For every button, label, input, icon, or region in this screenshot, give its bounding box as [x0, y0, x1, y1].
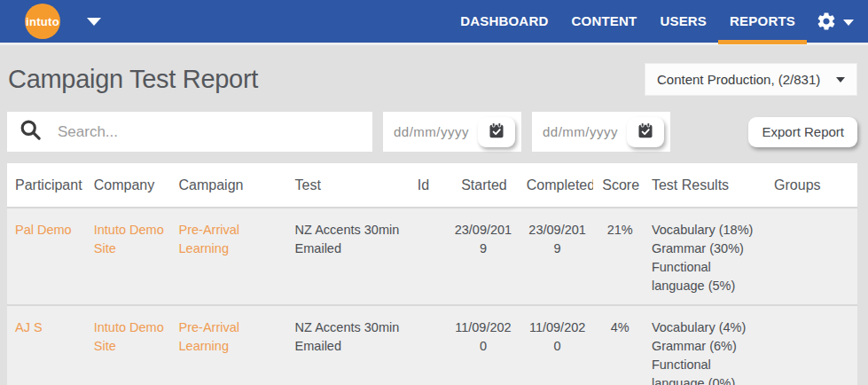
cell-company: Intuto Demo Site [86, 208, 171, 305]
nav-item-users[interactable]: USERS [648, 0, 718, 44]
cell-participant: AJ S [7, 305, 86, 385]
nav-links: DASHBOARD CONTENT USERS REPORTS [449, 0, 807, 44]
table-header-row: Participant Company Campaign Test Id Sta… [7, 163, 857, 208]
cell-test: NZ Accents 30min Emailed [287, 208, 410, 305]
company-link[interactable]: Intuto Demo Site [94, 320, 164, 353]
date-to-box [532, 112, 670, 152]
date-from-picker-button[interactable] [478, 117, 515, 147]
top-navbar: intuto DASHBOARD CONTENT USERS REPORTS [0, 0, 868, 45]
column-header-test-results: Test Results [644, 163, 766, 208]
export-report-button[interactable]: Export Report [748, 117, 857, 147]
column-header-score: Score [593, 163, 643, 208]
cell-id [410, 208, 445, 305]
participant-link[interactable]: AJ S [15, 320, 43, 334]
select-caret-down-icon [836, 77, 845, 82]
report-table: Participant Company Campaign Test Id Sta… [7, 163, 857, 385]
report-table-container: Participant Company Campaign Test Id Sta… [7, 163, 857, 385]
page-header: Campaign Test Report Content Production,… [0, 45, 868, 110]
cell-started: 11/09/2020 [445, 305, 519, 385]
test-result-item: Functional language (0%) [652, 356, 761, 385]
campaign-select[interactable]: Content Production, (2/831) [645, 63, 857, 96]
search-icon [19, 118, 43, 145]
cell-campaign: Pre-Arrival Learning [171, 305, 287, 385]
cell-campaign: Pre-Arrival Learning [171, 208, 287, 305]
filter-bar: Export Report [7, 112, 857, 152]
intuto-logo-text: intuto [26, 15, 59, 28]
cell-company: Intuto Demo Site [86, 305, 171, 385]
calendar-icon [637, 122, 654, 142]
cell-completed: 23/09/2019 [519, 208, 594, 305]
column-header-id: Id [410, 163, 445, 208]
column-header-participant: Participant [7, 163, 86, 208]
gear-icon [816, 11, 837, 32]
column-header-campaign: Campaign [171, 163, 287, 208]
intuto-logo[interactable]: intuto [25, 4, 60, 39]
company-link[interactable]: Intuto Demo Site [94, 223, 164, 255]
nav-item-reports[interactable]: REPORTS [718, 0, 807, 44]
cell-test: NZ Accents 30min Emailed [287, 305, 410, 385]
account-caret-down-icon[interactable] [87, 18, 101, 26]
column-header-groups: Groups [766, 163, 857, 208]
cell-id [410, 305, 445, 385]
test-result-item: Vocabulary (18%) [652, 221, 761, 240]
cell-score: 21% [593, 208, 643, 305]
date-from-box [383, 112, 521, 152]
test-result-item: Functional language (5%) [652, 258, 761, 295]
settings-menu[interactable] [816, 11, 854, 32]
cell-started: 23/09/2019 [445, 208, 519, 305]
test-result-item: Grammar (6%) [652, 337, 761, 356]
date-to-input[interactable] [543, 124, 622, 139]
settings-caret-down-icon [843, 20, 854, 26]
column-header-test: Test [287, 163, 410, 208]
cell-completed: 11/09/2020 [519, 305, 594, 385]
participant-link[interactable]: Pal Demo [15, 223, 72, 237]
column-header-completed: Completed [519, 163, 594, 208]
cell-score: 4% [593, 305, 643, 385]
test-result-item: Vocabulary (4%) [652, 318, 761, 337]
test-result-item: Grammar (30%) [652, 240, 761, 258]
cell-test-results: Vocabulary (18%) Grammar (30%) Functiona… [644, 208, 766, 305]
campaign-link[interactable]: Pre-Arrival Learning [179, 320, 239, 353]
page-title: Campaign Test Report [8, 65, 258, 94]
search-input[interactable] [58, 123, 362, 141]
nav-item-dashboard[interactable]: DASHBOARD [449, 0, 559, 44]
cell-groups [766, 305, 857, 385]
calendar-icon [488, 122, 505, 142]
date-to-picker-button[interactable] [627, 117, 664, 147]
date-from-input[interactable] [394, 124, 473, 139]
cell-groups [766, 208, 857, 305]
cell-participant: Pal Demo [7, 208, 86, 305]
table-row: Pal Demo Intuto Demo Site Pre-Arrival Le… [7, 208, 857, 305]
campaign-link[interactable]: Pre-Arrival Learning [179, 223, 239, 255]
column-header-started: Started [445, 163, 519, 208]
column-header-company: Company [86, 163, 171, 208]
nav-item-content[interactable]: CONTENT [559, 0, 648, 44]
cell-test-results: Vocabulary (4%) Grammar (6%) Functional … [644, 305, 766, 385]
campaign-select-value: Content Production, (2/831) [657, 72, 820, 87]
table-row: AJ S Intuto Demo Site Pre-Arrival Learni… [7, 305, 857, 385]
search-box [7, 112, 372, 152]
